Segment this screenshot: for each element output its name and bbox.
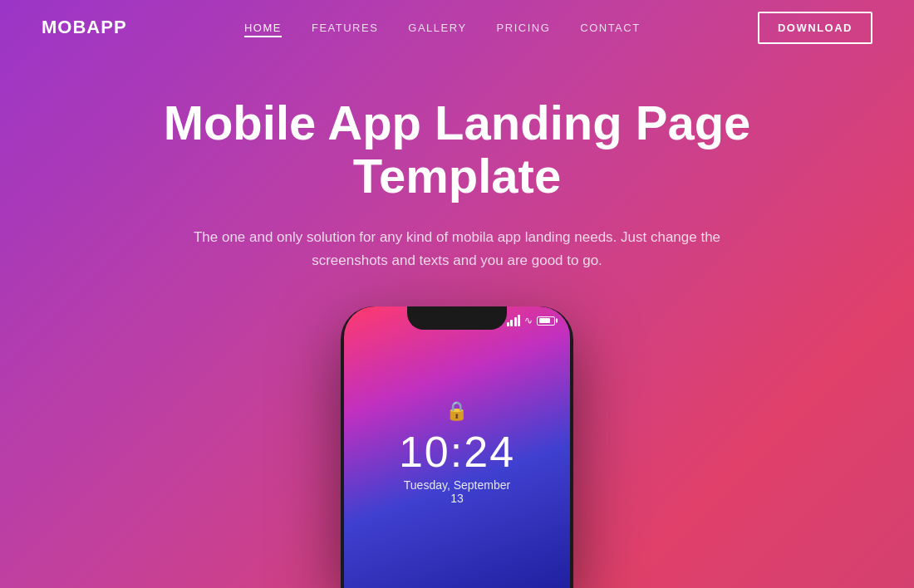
battery-fill	[539, 318, 551, 323]
lock-screen-content: 🔒 10:24 Tuesday, September 13	[399, 401, 515, 506]
wifi-icon: ∿	[524, 315, 533, 326]
nav-link-features[interactable]: FEATURES	[312, 22, 378, 34]
nav-item-pricing[interactable]: PRICING	[497, 20, 551, 35]
battery-icon	[537, 316, 555, 326]
lock-time: 10:24	[399, 431, 515, 474]
phone-screen: ∿ 🔒 10:24 Tuesday, September 13	[344, 306, 570, 588]
brand-logo[interactable]: MOBAPP	[42, 17, 127, 38]
hero-subtitle: The one and only solution for any kind o…	[183, 226, 731, 274]
status-bar: ∿	[507, 315, 556, 326]
download-button[interactable]: DOWNLOAD	[758, 12, 872, 44]
nav-link-gallery[interactable]: GALLERY	[408, 22, 466, 34]
lock-icon: 🔒	[399, 401, 515, 423]
nav-link-pricing[interactable]: PRICING	[497, 22, 551, 34]
nav-link-home[interactable]: HOME	[244, 22, 282, 37]
phone-mockup-container: ∿ 🔒 10:24 Tuesday, September 13	[0, 306, 914, 588]
logo-text-light: MOB	[42, 17, 86, 37]
lock-date: Tuesday, September 13	[399, 479, 515, 506]
nav-item-features[interactable]: FEATURES	[312, 20, 378, 35]
navbar: MOBAPP HOME FEATURES GALLERY PRICING CON…	[0, 0, 914, 55]
hero-section: Mobile App Landing Page Template The one…	[0, 55, 914, 588]
nav-item-contact[interactable]: CONTACT	[580, 20, 640, 35]
nav-link-contact[interactable]: CONTACT	[580, 22, 640, 34]
signal-bars-icon	[507, 315, 521, 326]
logo-text-bold: APP	[86, 17, 126, 37]
nav-item-home[interactable]: HOME	[244, 20, 282, 35]
hero-title: Mobile App Landing Page Template	[0, 96, 914, 203]
nav-item-gallery[interactable]: GALLERY	[408, 20, 466, 35]
nav-links: HOME FEATURES GALLERY PRICING CONTACT	[244, 20, 641, 35]
phone-mockup: ∿ 🔒 10:24 Tuesday, September 13	[341, 306, 573, 588]
